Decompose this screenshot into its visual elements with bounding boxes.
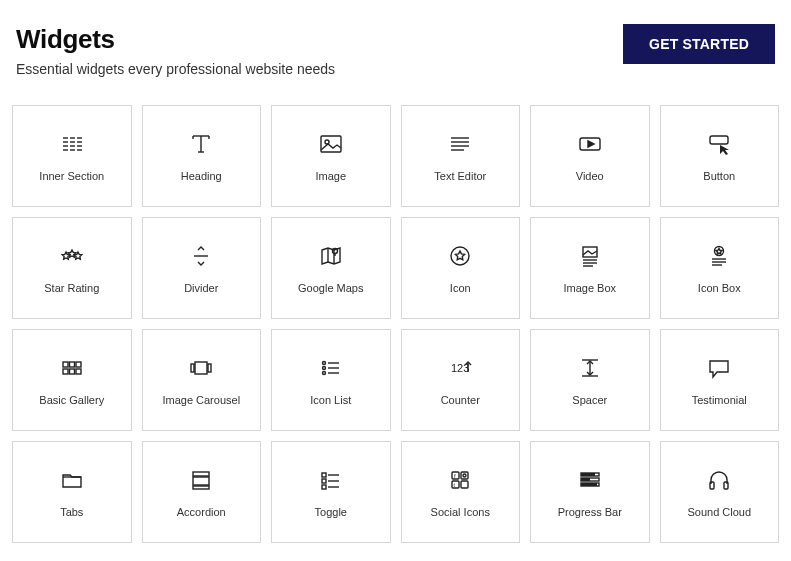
widget-label: Video: [576, 170, 604, 182]
columns-icon: [58, 130, 86, 158]
svg-point-74: [463, 474, 466, 477]
widget-label: Heading: [181, 170, 222, 182]
star-text-icon: [705, 242, 733, 270]
widget-label: Accordion: [177, 506, 226, 518]
widget-testimonial[interactable]: Testimonial: [660, 329, 780, 431]
widget-label: Spacer: [572, 394, 607, 406]
widget-label: Inner Section: [39, 170, 104, 182]
widget-image-box[interactable]: Image Box: [530, 217, 650, 319]
get-started-button[interactable]: GET STARTED: [623, 24, 775, 64]
widget-spacer[interactable]: Spacer: [530, 329, 650, 431]
widget-tabs[interactable]: Tabs: [12, 441, 132, 543]
svg-rect-25: [710, 136, 728, 144]
widget-toggle[interactable]: Toggle: [271, 441, 391, 543]
widget-label: Image Carousel: [162, 394, 240, 406]
svg-rect-67: [322, 485, 326, 489]
svg-text:f: f: [454, 473, 456, 479]
widget-label: Google Maps: [298, 282, 363, 294]
svg-point-52: [322, 372, 325, 375]
widget-label: Icon Box: [698, 282, 741, 294]
widget-icon-list[interactable]: Icon List: [271, 329, 391, 431]
carousel-icon: [187, 354, 215, 382]
svg-point-50: [322, 367, 325, 370]
widget-label: Testimonial: [692, 394, 747, 406]
widget-label: Image Box: [563, 282, 616, 294]
widget-label: Icon List: [310, 394, 351, 406]
widget-text-editor[interactable]: Text Editor: [401, 105, 521, 207]
svg-rect-70: [461, 472, 468, 479]
widget-divider[interactable]: Divider: [142, 217, 262, 319]
svg-rect-79: [581, 478, 590, 481]
widget-label: Divider: [184, 282, 218, 294]
svg-rect-17: [321, 136, 341, 152]
widget-label: Text Editor: [434, 170, 486, 182]
svg-rect-72: [461, 481, 468, 488]
svg-rect-60: [193, 472, 209, 476]
widget-label: Image: [315, 170, 346, 182]
grid-icon: [58, 354, 86, 382]
svg-point-48: [322, 362, 325, 365]
svg-rect-46: [191, 364, 194, 372]
svg-rect-61: [193, 477, 209, 485]
widget-counter[interactable]: 123 Counter: [401, 329, 521, 431]
widgets-grid: Inner Section Heading Image Text Editor …: [12, 105, 779, 543]
widget-icon-box[interactable]: Icon Box: [660, 217, 780, 319]
text-lines-icon: [446, 130, 474, 158]
image-text-icon: [576, 242, 604, 270]
svg-rect-65: [322, 479, 326, 483]
widget-label: Toggle: [315, 506, 347, 518]
speech-bubble-icon: [705, 354, 733, 382]
counter-icon: 123: [446, 354, 474, 382]
widget-button[interactable]: Button: [660, 105, 780, 207]
widget-label: Social Icons: [431, 506, 490, 518]
svg-rect-83: [724, 482, 728, 489]
widget-label: Progress Bar: [558, 506, 622, 518]
widget-star-rating[interactable]: Star Rating: [12, 217, 132, 319]
svg-rect-44: [76, 369, 81, 374]
widget-sound-cloud[interactable]: Sound Cloud: [660, 441, 780, 543]
svg-rect-81: [581, 483, 597, 486]
social-grid-icon: ft: [446, 466, 474, 494]
svg-rect-40: [69, 362, 74, 367]
widget-progress-bar[interactable]: Progress Bar: [530, 441, 650, 543]
folder-icon: [58, 466, 86, 494]
widget-label: Basic Gallery: [39, 394, 104, 406]
widget-image[interactable]: Image: [271, 105, 391, 207]
svg-rect-39: [63, 362, 68, 367]
svg-rect-63: [322, 473, 326, 477]
toggle-list-icon: [317, 466, 345, 494]
svg-marker-24: [588, 141, 594, 147]
widget-heading[interactable]: Heading: [142, 105, 262, 207]
svg-rect-62: [193, 486, 209, 489]
svg-rect-47: [208, 364, 211, 372]
svg-rect-41: [76, 362, 81, 367]
widget-google-maps[interactable]: Google Maps: [271, 217, 391, 319]
widget-label: Tabs: [60, 506, 83, 518]
widget-social-icons[interactable]: ft Social Icons: [401, 441, 521, 543]
widget-basic-gallery[interactable]: Basic Gallery: [12, 329, 132, 431]
widget-image-carousel[interactable]: Image Carousel: [142, 329, 262, 431]
widget-inner-section[interactable]: Inner Section: [12, 105, 132, 207]
button-cursor-icon: [705, 130, 733, 158]
progress-bars-icon: [576, 466, 604, 494]
widget-video[interactable]: Video: [530, 105, 650, 207]
widget-label: Button: [703, 170, 735, 182]
widget-label: Counter: [441, 394, 480, 406]
map-pin-icon: [317, 242, 345, 270]
page-title: Widgets: [16, 24, 335, 55]
svg-rect-82: [710, 482, 714, 489]
video-icon: [576, 130, 604, 158]
svg-text:t: t: [454, 482, 456, 488]
svg-rect-43: [69, 369, 74, 374]
image-icon: [317, 130, 345, 158]
page-header: Widgets Essential widgets every professi…: [12, 24, 779, 77]
svg-rect-42: [63, 369, 68, 374]
widget-accordion[interactable]: Accordion: [142, 441, 262, 543]
headphones-icon: [705, 466, 733, 494]
widget-label: Sound Cloud: [687, 506, 751, 518]
widget-icon[interactable]: Icon: [401, 217, 521, 319]
divider-icon: [187, 242, 215, 270]
star-circle-icon: [446, 242, 474, 270]
header-text-group: Widgets Essential widgets every professi…: [16, 24, 335, 77]
svg-rect-45: [195, 362, 207, 374]
